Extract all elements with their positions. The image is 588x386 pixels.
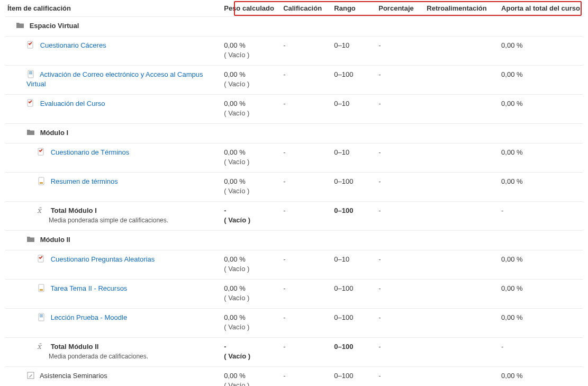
- col-pct: Porcentaje: [376, 0, 424, 17]
- grade-item-link[interactable]: Evaluación del Curso: [40, 100, 105, 107]
- cell-rango: 0–100: [332, 173, 376, 202]
- quiz-icon: [37, 255, 46, 263]
- grade-item-row: Tarea Tema II - Recursos 0,00 %( Vacío )…: [5, 280, 583, 309]
- grade-item-link[interactable]: Activación de Correo electrónico y Acces…: [26, 70, 203, 88]
- cell-aporta: 0,00 %: [499, 250, 583, 280]
- grade-item-link[interactable]: Lección Prueba - Moodle: [51, 313, 128, 321]
- cell-aporta: 0,00 %: [499, 37, 583, 66]
- cell-rango: 0–100: [332, 338, 376, 367]
- assignment-icon: [37, 177, 46, 185]
- assignment-icon: [37, 284, 46, 292]
- category-total-row: Total Módulo I Media ponderada simple de…: [5, 202, 583, 231]
- cell-cal: -: [281, 309, 332, 338]
- cell-cal: -: [281, 367, 332, 387]
- grade-item-link[interactable]: Cuestionario Cáceres: [40, 41, 106, 49]
- folder-icon: [16, 21, 24, 30]
- cell-aporta: -: [499, 202, 583, 231]
- cell-pct: -: [376, 338, 424, 367]
- grade-item-link[interactable]: Tarea Tema II - Recursos: [50, 284, 127, 292]
- category-row: Espacio Virtual: [5, 17, 583, 37]
- cell-peso: 0,00 %( Vacío ): [222, 173, 281, 202]
- cell-peso: -( Vacío ): [222, 202, 281, 231]
- quiz-icon: [37, 148, 46, 156]
- page-icon: [26, 70, 35, 78]
- cell-aporta: 0,00 %: [499, 309, 583, 338]
- grade-item-row: Activación de Correo electrónico y Acces…: [5, 66, 583, 95]
- cell-cal: -: [281, 173, 332, 202]
- cell-retro: [424, 250, 499, 280]
- grade-item-label: Asistencia Seminarios: [40, 372, 107, 380]
- cell-pct: -: [376, 143, 424, 173]
- cell-retro: [424, 173, 499, 202]
- cell-peso: -( Vacío ): [222, 338, 281, 367]
- cell-rango: 0–100: [332, 280, 376, 309]
- cell-aporta: 0,00 %: [499, 95, 583, 124]
- cell-rango: 0–10: [332, 143, 376, 173]
- cell-pct: -: [376, 95, 424, 124]
- cell-rango: 0–100: [332, 367, 376, 387]
- cell-cal: -: [281, 66, 332, 95]
- grade-item-link[interactable]: Resumen de términos: [51, 177, 118, 185]
- cell-pct: -: [376, 309, 424, 338]
- grade-item-row: Lección Prueba - Moodle 0,00 %( Vacío ) …: [5, 309, 583, 338]
- cell-aporta: -: [499, 338, 583, 367]
- col-item: Ítem de calificación: [5, 0, 222, 17]
- cell-aporta: 0,00 %: [499, 143, 583, 173]
- cell-pct: -: [376, 66, 424, 95]
- cell-retro: [424, 338, 499, 367]
- cell-retro: [424, 66, 499, 95]
- cell-pct: -: [376, 202, 424, 231]
- cell-aporta: 0,00 %: [499, 173, 583, 202]
- grade-item-row: Evaluación del Curso 0,00 %( Vacío ) - 0…: [5, 95, 583, 124]
- aggregation-method: Media ponderada de calificaciones.: [49, 352, 220, 361]
- quiz-icon: [26, 99, 35, 107]
- cell-retro: [424, 202, 499, 231]
- folder-icon: [26, 128, 35, 137]
- cell-rango: 0–100: [332, 309, 376, 338]
- cell-pct: -: [376, 250, 424, 280]
- grade-item-row: Cuestionario Preguntas Aleatorias 0,00 %…: [5, 250, 583, 280]
- cell-rango: 0–100: [332, 66, 376, 95]
- quiz-icon: [26, 41, 35, 49]
- grade-item-link[interactable]: Cuestionario de Términos: [51, 148, 130, 156]
- category-title: Módulo II: [40, 236, 70, 244]
- cell-pct: -: [376, 280, 424, 309]
- grade-item-link[interactable]: Cuestionario Preguntas Aleatorias: [51, 255, 155, 263]
- aggregation-method: Media ponderada simple de calificaciones…: [49, 216, 220, 225]
- cell-aporta: 0,00 %: [499, 66, 583, 95]
- col-rango: Rango: [332, 0, 376, 17]
- cell-cal: -: [281, 280, 332, 309]
- cell-cal: -: [281, 250, 332, 280]
- cell-aporta: 0,00 %: [499, 280, 583, 309]
- cell-peso: 0,00 %( Vacío ): [222, 250, 281, 280]
- cell-cal: -: [281, 37, 332, 66]
- cell-pct: -: [376, 173, 424, 202]
- cell-peso: 0,00 %( Vacío ): [222, 95, 281, 124]
- cell-peso: 0,00 %( Vacío ): [222, 367, 281, 387]
- category-row: Módulo I: [5, 124, 583, 143]
- cell-retro: [424, 37, 499, 66]
- cell-rango: 0–100: [332, 202, 376, 231]
- cell-rango: 0–10: [332, 37, 376, 66]
- table-header-row: Ítem de calificación Peso calculado Cali…: [5, 0, 583, 17]
- col-retro: Retroalimentación: [424, 0, 499, 17]
- cell-retro: [424, 367, 499, 387]
- aggregate-icon: [37, 206, 46, 214]
- col-cal: Calificación: [281, 0, 332, 17]
- category-title: Módulo I: [40, 129, 68, 137]
- col-aporta: Aporta al total del curso: [499, 0, 583, 17]
- grade-item-row: Cuestionario Cáceres 0,00 %( Vacío ) - 0…: [5, 37, 583, 66]
- cell-retro: [424, 280, 499, 309]
- category-total-row: Total Módulo II Media ponderada de calif…: [5, 338, 583, 367]
- cell-cal: -: [281, 95, 332, 124]
- cell-pct: -: [376, 37, 424, 66]
- cell-cal: -: [281, 338, 332, 367]
- category-total-title: Total Módulo I: [51, 207, 97, 214]
- cell-aporta: 0,00 %: [499, 367, 583, 387]
- col-peso: Peso calculado: [222, 0, 281, 17]
- cell-pct: -: [376, 367, 424, 387]
- category-row: Módulo II: [5, 231, 583, 250]
- cell-cal: -: [281, 202, 332, 231]
- category-title: Espacio Virtual: [30, 22, 79, 30]
- grade-report-table: Ítem de calificación Peso calculado Cali…: [5, 0, 583, 386]
